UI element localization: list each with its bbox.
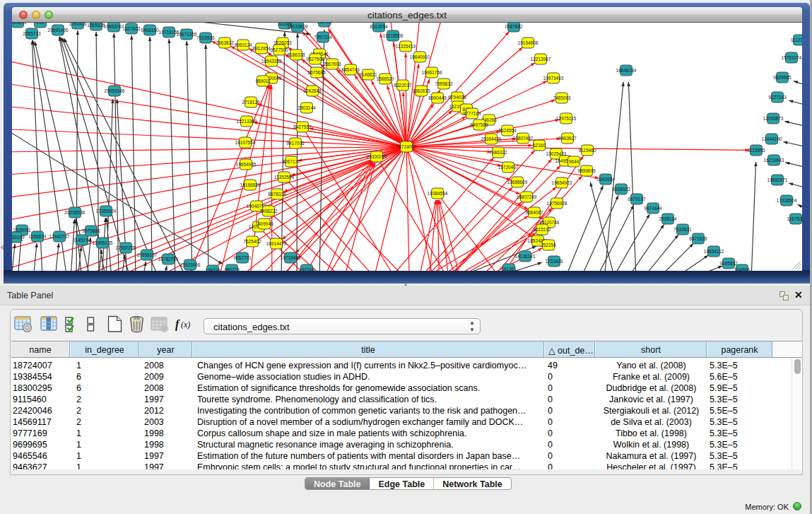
svg-text:1905571: 1905571	[12, 23, 27, 25]
svg-text:12213967: 12213967	[531, 57, 551, 62]
svg-text:129234: 129234	[205, 268, 220, 271]
svg-text:12093873: 12093873	[763, 116, 784, 121]
svg-text:20691406: 20691406	[48, 28, 69, 33]
svg-text:1167533: 1167533	[787, 216, 802, 221]
svg-text:19218506: 19218506	[383, 33, 404, 38]
svg-text:1615192: 1615192	[533, 227, 551, 232]
svg-text:12923466: 12923466	[180, 262, 201, 267]
svg-text:735722: 735722	[317, 23, 332, 24]
svg-text:7955812: 7955812	[435, 81, 453, 86]
svg-text:8215955: 8215955	[747, 148, 765, 153]
svg-text:8427552: 8427552	[293, 124, 312, 129]
svg-text:3624554: 3624554	[498, 128, 517, 133]
svg-text:29053346: 29053346	[105, 88, 125, 93]
svg-text:9245652: 9245652	[719, 261, 738, 266]
svg-text:9777169: 9777169	[463, 111, 481, 116]
svg-text:10973493: 10973493	[543, 76, 564, 81]
svg-text:1145194: 1145194	[73, 238, 91, 243]
svg-text:10671355: 10671355	[177, 32, 197, 37]
svg-text:9684067: 9684067	[525, 210, 543, 215]
svg-text:9975886: 9975886	[82, 228, 100, 233]
svg-text:9242848: 9242848	[303, 88, 322, 93]
svg-text:16640910: 16640910	[410, 54, 430, 59]
svg-text:9657791: 9657791	[233, 255, 252, 260]
svg-text:9417006: 9417006	[286, 141, 305, 146]
svg-text:1640954: 1640954	[596, 177, 615, 182]
svg-text:12213369: 12213369	[237, 119, 257, 124]
svg-text:f: f	[175, 318, 180, 331]
svg-text:8322037: 8322037	[394, 83, 412, 88]
svg-text:62160: 62160	[533, 143, 546, 148]
svg-text:9115460: 9115460	[579, 148, 596, 153]
svg-text:12444190: 12444190	[762, 136, 782, 141]
svg-text:16648784: 16648784	[616, 68, 637, 73]
svg-text:11353594: 11353594	[274, 175, 295, 180]
svg-text:9146821: 9146821	[359, 72, 377, 77]
svg-text:6794028: 6794028	[448, 95, 466, 100]
svg-text:141361: 141361	[501, 267, 517, 271]
svg-text:11325419: 11325419	[396, 44, 416, 49]
svg-text:12905135: 12905135	[93, 240, 113, 245]
svg-text:9829965: 9829965	[773, 75, 792, 80]
svg-text:9960124: 9960124	[234, 42, 252, 47]
svg-text:965779: 965779	[224, 267, 240, 271]
svg-text:16782759: 16782759	[158, 257, 179, 262]
svg-text:8267130: 8267130	[282, 159, 300, 164]
svg-text:(x): (x)	[181, 320, 190, 329]
svg-text:9227343: 9227343	[768, 95, 787, 100]
svg-text:1733426: 1733426	[545, 259, 563, 264]
svg-text:1588520: 1588520	[376, 76, 394, 81]
svg-text:8813054: 8813054	[370, 24, 388, 29]
svg-text:3498222: 3498222	[259, 209, 278, 214]
svg-text:14136141: 14136141	[515, 254, 536, 259]
svg-text:1156819: 1156819	[29, 234, 47, 239]
svg-text:9899695: 9899695	[577, 168, 596, 173]
svg-text:1112777: 1112777	[791, 37, 802, 42]
svg-text:252254: 252254	[541, 243, 556, 247]
svg-text:8186328: 8186328	[287, 52, 305, 57]
svg-text:16914479: 16914479	[266, 241, 287, 246]
svg-text:17957225: 17957225	[116, 245, 136, 250]
svg-text:2867608: 2867608	[323, 62, 341, 66]
svg-text:10033809: 10033809	[288, 24, 308, 29]
svg-text:9463627: 9463627	[558, 136, 577, 141]
svg-text:8938923: 8938923	[612, 187, 630, 192]
svg-text:16107554: 16107554	[235, 140, 256, 145]
svg-text:19756928: 19756928	[547, 201, 567, 206]
svg-text:1527602: 1527602	[122, 26, 141, 31]
svg-text:18807249: 18807249	[517, 194, 537, 199]
svg-text:12975115: 12975115	[556, 116, 577, 121]
svg-text:9644: 9644	[569, 159, 579, 164]
svg-text:15720407: 15720407	[498, 165, 519, 170]
svg-text:16210643: 16210643	[764, 158, 784, 163]
svg-text:197164: 197164	[299, 267, 314, 271]
svg-text:989011: 989011	[255, 78, 271, 83]
svg-text:10654112: 10654112	[704, 249, 724, 254]
svg-text:20206536: 20206536	[65, 210, 86, 215]
svg-text:924506: 924506	[734, 267, 750, 271]
svg-text:8471626: 8471626	[689, 236, 707, 241]
svg-text:10154808: 10154808	[518, 40, 539, 45]
svg-text:2718126: 2718126	[242, 100, 260, 105]
svg-text:6466160: 6466160	[141, 28, 159, 33]
svg-text:6497568: 6497568	[470, 122, 488, 127]
svg-text:7357224: 7357224	[314, 35, 332, 40]
svg-text:2935114: 2935114	[659, 216, 677, 221]
svg-text:10958107: 10958107	[137, 252, 158, 257]
svg-text:10688609: 10688609	[507, 180, 528, 185]
svg-text:17359924: 17359924	[96, 209, 117, 214]
svg-text:17016504: 17016504	[777, 198, 797, 203]
svg-text:20364436: 20364436	[481, 136, 502, 141]
svg-text:1562615: 1562615	[412, 88, 430, 93]
svg-text:9474444: 9474444	[644, 206, 662, 211]
svg-text:25300203: 25300203	[367, 154, 387, 159]
svg-text:7663822: 7663822	[216, 40, 234, 45]
svg-text:7986322: 7986322	[489, 150, 507, 155]
svg-text:18724007: 18724007	[396, 144, 417, 149]
svg-text:19384554: 19384554	[428, 191, 448, 196]
svg-text:7515526: 7515526	[196, 35, 215, 40]
svg-text:19166829: 19166829	[240, 182, 261, 187]
svg-text:2803144: 2803144	[298, 105, 316, 110]
svg-text:7625402: 7625402	[243, 239, 261, 244]
svg-text:5675685: 5675685	[307, 70, 326, 75]
